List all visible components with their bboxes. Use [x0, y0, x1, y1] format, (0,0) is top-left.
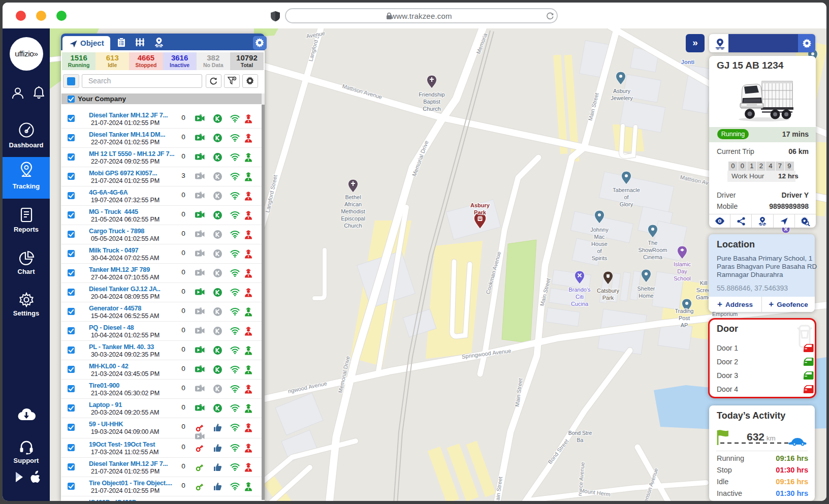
svg-text:Islamic: Islamic: [674, 261, 691, 267]
svg-text:Friendship: Friendship: [419, 91, 444, 98]
svg-text:Citi: Citi: [576, 294, 584, 300]
svg-text:Trading: Trading: [675, 308, 694, 314]
svg-text:Baptist: Baptist: [423, 99, 440, 105]
svg-text:The: The: [648, 240, 658, 246]
svg-text:House: House: [591, 241, 608, 247]
svg-text:Spirits: Spirits: [592, 255, 608, 261]
svg-text:Glory: Glory: [620, 201, 633, 207]
svg-text:Park: Park: [474, 209, 487, 215]
svg-text:Shelter: Shelter: [637, 286, 655, 292]
svg-text:Home: Home: [639, 293, 653, 299]
svg-text:of: of: [624, 194, 629, 200]
svg-text:Brando's: Brando's: [568, 287, 591, 293]
svg-text:Ba: Ba: [577, 437, 584, 443]
svg-text:Catsbury: Catsbury: [597, 288, 620, 294]
svg-text:AP: AP: [681, 322, 688, 328]
svg-text:Park: Park: [602, 295, 614, 301]
svg-text:School: School: [674, 275, 691, 281]
svg-text:Bethel: Bethel: [345, 194, 361, 200]
svg-text:Church: Church: [423, 106, 440, 112]
svg-text:Mac: Mac: [594, 234, 605, 240]
svg-text:Asbury: Asbury: [470, 202, 490, 208]
svg-text:Kill: Kill: [700, 280, 708, 286]
svg-text:Episcopal: Episcopal: [341, 215, 365, 222]
svg-text:Methodist: Methodist: [341, 208, 365, 214]
svg-text:Cucina: Cucina: [571, 301, 589, 307]
svg-text:Asbury: Asbury: [613, 88, 631, 94]
svg-text:ShowRoom: ShowRoom: [639, 247, 667, 253]
svg-text:Jonti: Jonti: [681, 59, 694, 65]
svg-text:Church: Church: [344, 223, 362, 229]
svg-text:Cinema: Cinema: [643, 254, 663, 260]
svg-text:Day: Day: [677, 268, 687, 274]
svg-text:Jewelery: Jewelery: [611, 95, 633, 101]
svg-text:of: of: [597, 248, 602, 254]
svg-text:Johnny: Johnny: [590, 227, 609, 233]
svg-text:Post: Post: [679, 315, 690, 321]
svg-text:African: African: [344, 201, 362, 207]
svg-text:Bond Stre: Bond Stre: [568, 430, 592, 436]
svg-text:Tabernacle: Tabernacle: [613, 187, 640, 193]
